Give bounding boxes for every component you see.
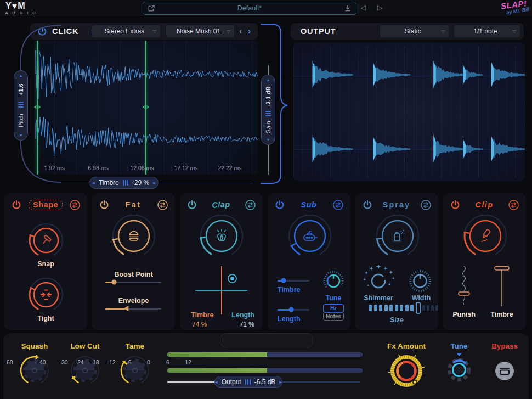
punish-slider[interactable] (452, 265, 476, 308)
meter-bar-left (167, 352, 363, 357)
click-timbre-slider[interactable]: ◂ Timbre -29 % ▸ (89, 177, 159, 189)
sub-swap-icon[interactable] (332, 199, 344, 211)
preset-bar[interactable]: Default* (143, 2, 356, 15)
boost-point-slider[interactable] (105, 282, 161, 283)
size-handle[interactable] (416, 302, 421, 314)
meter-fill (167, 352, 267, 357)
output-track-left[interactable] (167, 381, 214, 383)
clip-timbre-handle[interactable] (495, 267, 509, 271)
marker-handle-icon[interactable] (143, 104, 149, 110)
envelope-handle[interactable] (123, 306, 128, 311)
punish-label: Punish (449, 311, 479, 318)
clip-swap-icon[interactable] (508, 199, 519, 211)
clip-timbre-label: Timbre (486, 311, 517, 318)
bypass-button[interactable] (495, 362, 514, 380)
timbre-left-arrow[interactable]: ◂ (92, 181, 95, 186)
shimmer-knob[interactable] (361, 265, 396, 295)
time-label: 17.12 ms (168, 165, 203, 171)
clip-knob[interactable] (462, 213, 508, 259)
fx-amount-knob[interactable] (388, 353, 425, 389)
time-label: 6.98 ms (81, 165, 116, 171)
notes-toggle[interactable]: Notes (323, 312, 344, 321)
brand-subtext: A U D I O (5, 12, 37, 15)
output-right-arrow[interactable]: ▸ (279, 380, 282, 385)
next-sample-button[interactable]: › (248, 27, 251, 36)
clap-knob[interactable] (199, 213, 245, 259)
snap-knob[interactable] (27, 222, 65, 259)
clap-xy-handle[interactable] (228, 274, 237, 283)
fat-swap-icon[interactable] (157, 199, 168, 211)
time-label: 22.22 ms (212, 165, 247, 171)
shape-power-button[interactable] (11, 199, 22, 210)
master-tune-knob[interactable] (444, 352, 474, 386)
tight-knob[interactable] (27, 276, 65, 313)
clap-power-button[interactable] (186, 199, 197, 210)
hz-toggle[interactable]: Hz (323, 304, 344, 312)
save-preset-icon[interactable] (344, 4, 352, 12)
sub-timbre-slider[interactable] (278, 280, 309, 282)
spray-swap-icon[interactable] (420, 199, 432, 211)
click-sample-dropdown[interactable]: Noise Mush 01 ▽ (166, 25, 234, 37)
master-output-slider[interactable]: ◂ Output -6.5 dB ▸ (214, 376, 282, 388)
timbre-track-right[interactable] (158, 183, 253, 184)
tune-label: Tune (443, 342, 476, 350)
sample-end-marker[interactable] (145, 41, 146, 175)
prev-sample-button[interactable]: ‹ (239, 27, 242, 36)
marker-pen-icon (477, 227, 494, 245)
output-waveform (293, 42, 525, 181)
size-slider[interactable] (369, 301, 438, 314)
timbre-grip[interactable] (123, 180, 128, 186)
timbre-value: -29 % (132, 179, 149, 187)
click-category-value: Stereo Extras (100, 27, 152, 35)
pitch-slider[interactable]: ▲ +1.6 Pitch ▼ (14, 70, 28, 141)
boost-point-label: Boost Point (92, 271, 175, 278)
hammer-icon (39, 233, 53, 248)
timbre-track-left[interactable] (48, 183, 90, 184)
pitch-down-arrow[interactable]: ▼ (19, 133, 23, 137)
sub-timbre-handle[interactable] (281, 278, 286, 283)
module-clap: Clap Timbre 74 % Length 71 % (180, 193, 263, 330)
clip-timbre-slider[interactable] (490, 265, 514, 308)
sub-tune-knob[interactable] (321, 268, 346, 292)
clip-power-button[interactable] (450, 199, 461, 210)
tame-label: Tame (113, 342, 157, 350)
output-track-right[interactable] (282, 381, 360, 383)
sub-power-button[interactable] (274, 199, 285, 210)
collapsed-panel-tab[interactable] (220, 333, 313, 347)
spray-knob[interactable] (375, 213, 421, 259)
sub-length-handle[interactable] (289, 307, 294, 312)
module-shape: Shape Snap Tight (4, 193, 87, 330)
punish-handle[interactable] (459, 292, 469, 295)
shape-header: Shape (4, 198, 87, 211)
spray-title: Spray (373, 200, 420, 209)
chevron-down-icon: ▽ (513, 29, 516, 34)
output-left-arrow[interactable]: ◂ (215, 380, 218, 385)
preset-name[interactable]: Default* (143, 4, 356, 12)
envelope-label: Envelope (92, 297, 175, 305)
output-grip[interactable] (245, 379, 251, 385)
prev-preset-button[interactable]: ◁ (361, 4, 366, 12)
sub-knob[interactable] (287, 213, 333, 259)
output-rate-dropdown[interactable]: 1/1 note ▽ (454, 25, 520, 37)
width-knob[interactable] (408, 269, 432, 293)
module-sub: Sub Timbre Tune Length Hz Notes (268, 193, 350, 330)
meter-tick: 6 (159, 359, 177, 366)
pitch-up-arrow[interactable]: ▲ (19, 74, 23, 77)
clap-swap-icon[interactable] (245, 199, 256, 211)
output-waveform-display (293, 42, 525, 181)
spray-power-button[interactable] (362, 199, 373, 210)
sub-length-slider[interactable] (278, 309, 309, 311)
click-waveform-display[interactable]: 1.92 ms 6.98 ms 12.06 ms 17.12 ms 22.22 … (34, 41, 258, 175)
pitch-grip[interactable] (18, 102, 24, 108)
next-preset-button[interactable]: ▷ (377, 4, 382, 12)
shape-swap-icon[interactable] (69, 199, 81, 211)
pitch-value: +1.6 (18, 83, 24, 95)
output-mode-dropdown[interactable]: Static ▽ (380, 25, 449, 37)
shimmer-label: Shimmer (358, 294, 399, 302)
boost-point-handle[interactable] (112, 280, 117, 285)
click-category-dropdown[interactable]: Stereo Extras ▽ (92, 25, 160, 37)
fat-knob[interactable] (111, 213, 157, 259)
timbre-right-arrow[interactable]: ▸ (153, 181, 156, 186)
envelope-slider[interactable] (105, 308, 161, 310)
fat-power-button[interactable] (99, 199, 110, 210)
